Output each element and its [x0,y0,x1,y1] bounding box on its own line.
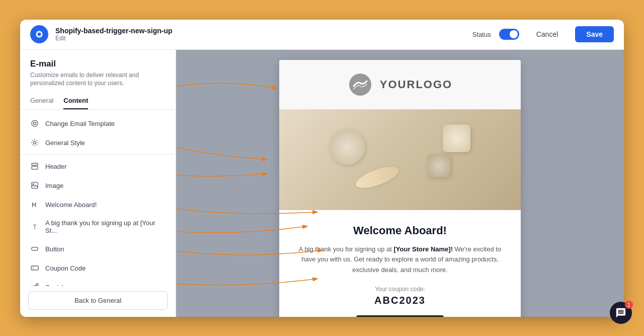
svg-rect-5 [32,163,38,165]
heading-h-icon: H [30,200,39,209]
menu-item-coupon-code[interactable]: Coupon Code [20,258,176,278]
image-icon [30,181,39,190]
svg-text:H: H [32,201,36,209]
menu-item-text-block[interactable]: T A big thank you for signing up at [You… [20,214,176,239]
svg-line-17 [33,285,36,286]
menu-item-general-style[interactable]: General Style [20,133,176,152]
email-preview: YOURLOGO Welcome Aboard! A big thank you… [279,60,521,317]
menu-label: General Style [45,139,85,147]
body-text-bold: [Your Store Name]! [393,245,453,253]
menu-item-welcome-aboard[interactable]: H Welcome Aboard! [20,195,176,214]
menu-list: Change Email Template General Style [20,110,176,286]
save-button[interactable]: Save [575,26,614,42]
svg-point-21 [349,74,371,96]
menu-label: A big thank you for signing up at [Your … [45,219,166,234]
menu-item-button[interactable]: Button [20,239,176,258]
cta-button[interactable]: Click Here To See [356,315,443,317]
tab-general[interactable]: General [30,93,53,109]
status-toggle[interactable] [499,29,519,40]
status-label: Status [472,31,491,38]
email-body-text: A big thank you for signing up at [Your … [295,244,505,276]
text-t-icon: T [30,222,39,231]
svg-point-1 [38,33,41,36]
menu-label: Button [45,245,64,253]
menu-label: Header [45,163,67,170]
svg-point-14 [36,284,38,286]
svg-text:T: T [33,223,37,231]
tab-content[interactable]: Content [63,93,88,109]
cosmetic-decoration-4 [428,155,450,177]
window-edit[interactable]: Edit [55,35,465,42]
menu-item-image[interactable]: Image [20,176,176,195]
svg-rect-12 [31,266,38,270]
menu-label: Coupon Code [45,264,86,272]
svg-rect-11 [32,247,38,250]
right-preview: YOURLOGO Welcome Aboard! A big thank you… [176,50,624,317]
main-window: Shopify-based-trigger-new-sign-up Edit S… [20,20,624,317]
content-area: E-mail Customize emails to deliver relev… [20,50,624,317]
cancel-button[interactable]: Cancel [527,26,568,42]
body-text-pre: A big thank you for signing up at [299,245,394,253]
email-body: Welcome Aboard! A big thank you for sign… [279,210,521,317]
svg-point-4 [34,142,36,144]
cosmetic-decoration-3 [354,162,401,192]
cosmetic-decoration-1 [330,129,365,165]
menu-item-header[interactable]: Header [20,157,176,176]
button-icon [30,244,39,253]
title-area: Shopify-based-trigger-new-sign-up Edit [55,27,465,42]
svg-point-3 [34,122,36,125]
top-bar-right: Status Cancel Save [472,26,614,42]
chat-button[interactable]: 1 [610,302,624,317]
menu-label: Welcome Aboard! [45,201,97,209]
email-hero-image [279,109,521,210]
cosmetic-decoration-2 [443,124,470,152]
svg-rect-6 [32,166,38,169]
panel-description: Customize emails to deliver relevant and… [30,71,166,88]
window-title: Shopify-based-trigger-new-sign-up [55,27,465,35]
panel-header: E-mail Customize emails to deliver relev… [20,50,176,93]
coupon-icon [30,263,39,273]
coupon-label: Your coupon code: [295,286,505,293]
left-panel: E-mail Customize emails to deliver relev… [20,50,176,317]
logo-svg-icon [348,72,373,97]
menu-item-social[interactable]: Social [20,278,176,286]
social-share-icon [30,283,39,286]
menu-label: Change Email Template [45,120,115,127]
tabs: General Content [20,93,176,110]
menu-label: Image [45,182,63,189]
circle-icon [30,119,39,128]
back-to-general-button[interactable]: Back to General [28,291,168,310]
app-logo [30,25,48,43]
coupon-code-value: ABC2023 [295,295,505,306]
email-logo-area: YOURLOGO [279,60,521,109]
menu-label: Social [45,284,63,286]
top-bar: Shopify-based-trigger-new-sign-up Edit S… [20,20,624,50]
settings-icon [30,138,39,147]
logo-text: YOURLOGO [380,78,452,91]
svg-point-2 [32,120,38,126]
menu-item-change-email-template[interactable]: Change Email Template [20,114,176,133]
email-heading: Welcome Aboard! [295,224,505,237]
menu-divider [20,154,176,155]
chat-icon [615,307,624,317]
header-icon [30,162,39,171]
panel-title: E-mail [30,59,166,69]
